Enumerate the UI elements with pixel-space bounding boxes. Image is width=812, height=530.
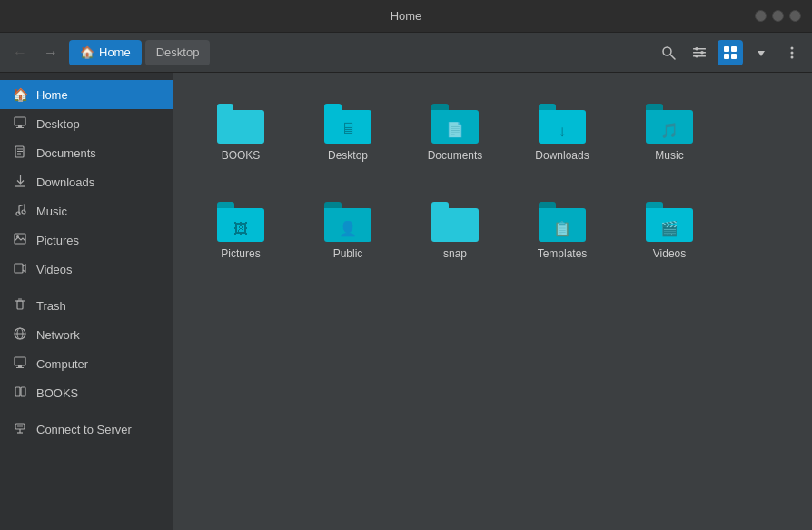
svg-rect-38 [21,387,25,396]
sidebar-item-documents[interactable]: Documents [0,138,173,167]
sidebar-documents-label: Documents [36,146,96,160]
back-button[interactable]: ← [7,40,33,65]
sidebar-item-desktop[interactable]: Desktop [0,109,173,138]
network-icon [13,327,27,343]
sidebar-item-downloads[interactable]: Downloads [0,167,173,196]
sidebar-item-music[interactable]: Music [0,196,173,225]
folder-downloads[interactable]: ↓ Downloads [512,87,612,178]
videos-icon [13,262,27,276]
sidebar-trash-label: Trash [36,299,66,313]
grid-view-button[interactable] [718,40,743,65]
folder-templates[interactable]: 📋 Templates [512,185,612,276]
svg-rect-16 [18,125,22,127]
tab-home[interactable]: 🏠 Home [69,40,142,65]
window-controls [755,10,801,22]
svg-point-7 [695,54,698,57]
desktop-icon [13,116,27,132]
menu-button[interactable] [779,40,805,65]
folder-videos-label: Videos [653,247,686,260]
sidebar-pictures-label: Pictures [36,234,79,247]
content-area: BOOKS 🖥 Desktop 📄 Documents [173,73,812,530]
sidebar-item-home[interactable]: 🏠 Home [0,80,173,109]
sidebar-item-computer[interactable]: Computer [0,349,173,378]
search-icon [661,45,676,60]
downloads-sidebar-icon [13,175,27,190]
overflow-menu-icon [785,45,799,60]
folder-pictures[interactable]: 🖼 Pictures [191,185,291,276]
sidebar-item-books[interactable]: BOOKS [0,378,173,407]
sidebar-separator-2 [0,407,173,415]
grid-view-icon [723,45,738,60]
svg-rect-34 [15,357,25,365]
sort-button[interactable] [748,40,774,65]
folder-pictures-icon: 🖼 [217,202,264,242]
svg-point-12 [791,46,794,49]
folder-desktop-label: Desktop [328,149,368,162]
svg-rect-3 [693,52,706,54]
sidebar-home-label: Home [36,88,68,102]
pictures-icon [13,233,27,247]
folder-music-label: Music [655,149,683,162]
documents-icon [13,145,27,161]
svg-point-14 [791,55,794,58]
forward-button[interactable]: → [38,40,64,65]
music-icon [13,204,27,219]
svg-rect-28 [15,264,23,273]
folder-desktop-icon: 🖥 [324,104,371,144]
folder-desktop[interactable]: 🖥 Desktop [298,87,398,178]
home-icon: 🏠 [13,87,27,102]
svg-rect-8 [724,46,729,52]
folder-downloads-icon: ↓ [539,104,586,144]
trash-icon [13,298,27,314]
view-options-button[interactable] [687,40,712,65]
folder-public[interactable]: 👤 Public [298,185,398,276]
sidebar-item-network[interactable]: Network [0,320,173,349]
view-options-icon [692,45,707,60]
sidebar-item-connect-server[interactable]: Connect to Server [0,415,173,444]
tab-home-label: Home [99,45,131,59]
folder-snap-label: snap [443,247,467,260]
titlebar: Home [0,0,812,33]
sidebar-downloads-label: Downloads [36,175,94,189]
folder-templates-label: Templates [538,247,588,260]
file-grid: BOOKS 🖥 Desktop 📄 Documents [191,87,794,276]
svg-rect-15 [15,117,25,125]
close-button[interactable] [755,10,767,22]
tab-desktop-label: Desktop [156,45,200,59]
main-layout: 🏠 Home Desktop Documents Downloads Mu [0,73,812,530]
maximize-button[interactable] [789,10,801,22]
svg-point-43 [19,425,21,427]
svg-rect-2 [693,48,706,50]
svg-rect-35 [18,365,22,367]
folder-music[interactable]: 🎵 Music [619,87,719,178]
svg-rect-37 [15,387,20,396]
svg-rect-10 [724,54,729,59]
folder-public-label: Public [333,247,363,260]
svg-point-42 [17,425,19,427]
folder-snap[interactable]: snap [405,185,505,276]
sidebar-item-videos[interactable]: Videos [0,255,173,284]
books-icon [13,385,27,401]
svg-rect-17 [16,127,24,128]
sidebar-connect-server-label: Connect to Server [36,423,132,436]
sidebar-desktop-label: Desktop [36,117,80,131]
folder-books[interactable]: BOOKS [191,87,291,178]
folder-documents-label: Documents [428,149,483,162]
breadcrumb: 🏠 Home Desktop [69,40,357,65]
folder-videos[interactable]: 🎬 Videos [619,185,719,276]
folder-music-icon: 🎵 [646,104,693,144]
window-title: Home [391,9,422,23]
sidebar-item-pictures[interactable]: Pictures [0,225,173,255]
folder-pictures-label: Pictures [221,247,260,260]
folder-documents-icon: 📄 [431,104,479,144]
sidebar: 🏠 Home Desktop Documents Downloads Mu [0,73,173,530]
tab-desktop[interactable]: Desktop [145,40,211,65]
sidebar-network-label: Network [36,328,80,342]
folder-downloads-label: Downloads [535,149,589,162]
svg-rect-11 [731,54,737,59]
sidebar-item-trash[interactable]: Trash [0,291,173,320]
minimize-button[interactable] [772,10,784,22]
svg-point-6 [700,50,704,54]
folder-documents[interactable]: 📄 Documents [405,87,505,178]
search-button[interactable] [656,40,681,65]
